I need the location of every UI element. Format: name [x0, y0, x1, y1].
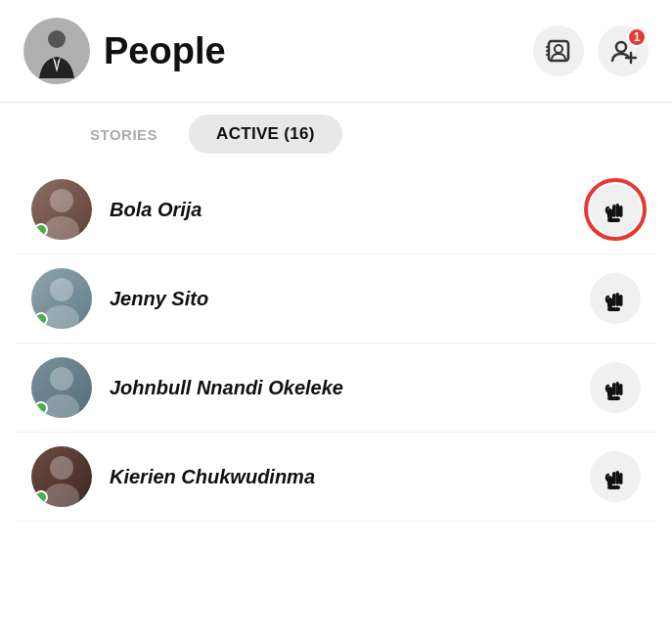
wave-icon	[601, 195, 630, 224]
svg-rect-29	[619, 384, 623, 395]
person-avatar	[31, 179, 92, 240]
person-row: Jenny Sito	[16, 254, 656, 344]
svg-point-1	[48, 30, 66, 48]
svg-point-17	[50, 278, 73, 301]
wave-button[interactable]	[590, 273, 641, 324]
svg-point-7	[616, 42, 626, 52]
page-header: People 1	[0, 0, 672, 102]
person-row: Johnbull Nnandi Okeleke	[16, 344, 656, 433]
wave-button[interactable]	[590, 184, 641, 235]
header-avatar	[23, 18, 90, 84]
svg-point-18	[44, 305, 79, 329]
person-avatar	[31, 357, 92, 418]
person-name: Kierien Chukwudinma	[110, 466, 572, 488]
wave-button[interactable]	[590, 362, 641, 413]
svg-rect-34	[612, 472, 616, 484]
svg-rect-26	[607, 387, 612, 397]
tab-stories[interactable]: STORIES	[78, 118, 169, 151]
svg-point-3	[555, 45, 562, 53]
person-row: Bola Orija	[16, 165, 656, 254]
svg-point-24	[50, 367, 73, 391]
notification-badge: 1	[627, 27, 647, 47]
wave-icon	[601, 462, 630, 491]
person-row: Kierien Chukwudinma	[16, 433, 656, 522]
svg-rect-14	[616, 204, 620, 217]
svg-rect-16	[607, 218, 620, 222]
svg-rect-28	[616, 382, 620, 395]
wave-icon	[601, 284, 630, 313]
online-indicator	[34, 223, 48, 237]
svg-rect-13	[612, 205, 616, 217]
online-indicator	[34, 490, 48, 504]
svg-point-11	[44, 216, 79, 240]
person-avatar	[31, 268, 92, 329]
svg-rect-30	[607, 396, 620, 400]
svg-rect-33	[607, 476, 612, 486]
svg-rect-12	[607, 208, 612, 219]
svg-rect-35	[616, 471, 620, 484]
svg-point-32	[44, 483, 79, 507]
tab-active[interactable]: ACTIVE (16)	[189, 115, 342, 154]
online-indicator	[34, 312, 48, 326]
svg-rect-20	[612, 294, 616, 306]
svg-rect-22	[619, 295, 623, 306]
online-indicator	[34, 401, 48, 415]
add-person-button[interactable]: 1	[598, 25, 649, 76]
svg-point-31	[50, 456, 73, 480]
wave-icon	[601, 373, 630, 402]
person-name: Jenny Sito	[110, 288, 572, 310]
person-avatar	[31, 446, 92, 507]
svg-point-10	[50, 189, 73, 212]
tabs-row: STORIES ACTIVE (16)	[0, 103, 672, 165]
svg-rect-37	[607, 485, 620, 489]
contacts-icon	[545, 37, 572, 65]
svg-rect-27	[612, 383, 616, 395]
svg-rect-15	[619, 206, 623, 217]
person-name: Johnbull Nnandi Okeleke	[110, 377, 572, 399]
svg-rect-19	[607, 298, 612, 308]
person-name: Bola Orija	[110, 199, 572, 221]
page-title: People	[104, 30, 519, 72]
header-actions: 1	[533, 25, 649, 76]
wave-button[interactable]	[590, 451, 641, 502]
svg-rect-36	[619, 473, 623, 484]
people-list: Bola Orija Jenny Sito	[0, 165, 672, 522]
contacts-button[interactable]	[533, 25, 584, 76]
svg-rect-23	[607, 307, 620, 311]
svg-point-25	[44, 394, 79, 418]
svg-rect-21	[616, 293, 620, 306]
